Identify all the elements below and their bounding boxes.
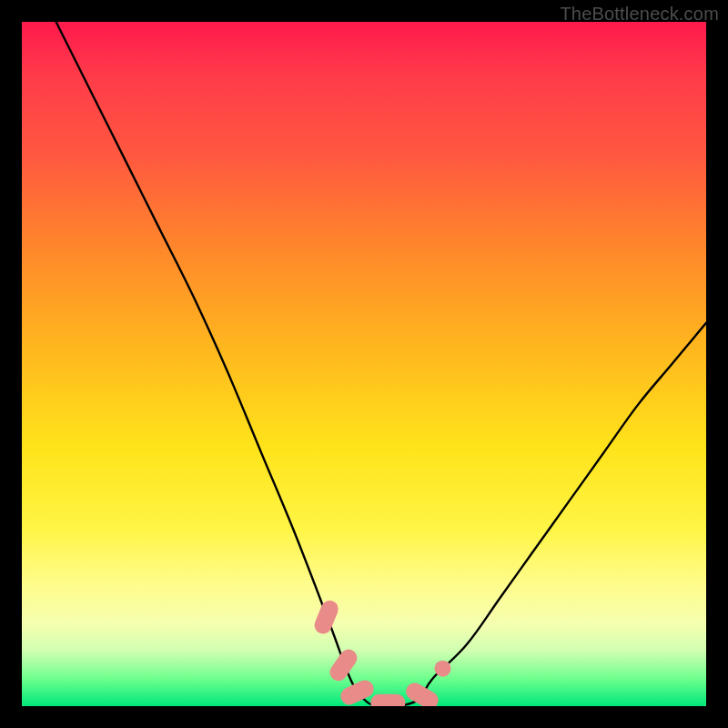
marker-layer — [312, 598, 451, 706]
pill-2 — [327, 646, 360, 684]
pill-3 — [338, 677, 376, 706]
pill-4 — [370, 694, 405, 706]
chart-frame: TheBottleneck.com — [0, 0, 728, 728]
bottleneck-curve — [56, 22, 706, 706]
pill-1 — [312, 598, 341, 636]
plot-area — [22, 22, 706, 706]
pill-5 — [403, 680, 441, 706]
dot-1 — [434, 661, 450, 677]
curve-layer — [22, 22, 706, 706]
